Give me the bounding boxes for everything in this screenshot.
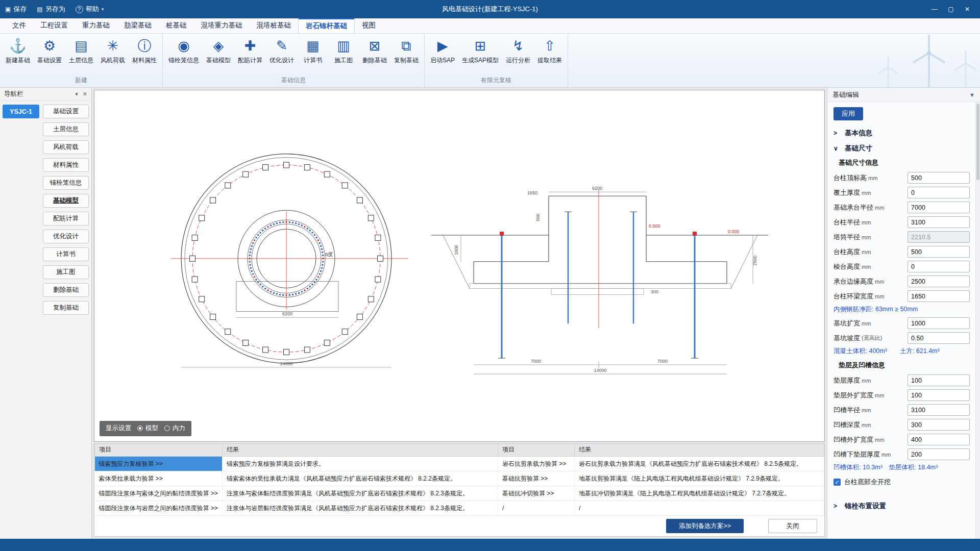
check-item-link[interactable]: 基础抗冲切验算 >> (498, 486, 575, 501)
check-item-link[interactable]: 锚索预应力复核验算 >> (95, 457, 223, 471)
nav-item-foundation-settings[interactable]: 基础设置 (43, 105, 89, 118)
check-item-link[interactable]: 锚固段注浆体与岩层之间的黏结强度验算 >> (95, 501, 223, 516)
field-input[interactable]: 3100 (908, 216, 970, 228)
ribbon-item-optimize-design[interactable]: ✎ 优化设计 (267, 36, 297, 74)
field-input[interactable]: 100 (908, 374, 970, 386)
field-input[interactable]: 2210.5 (908, 231, 970, 243)
nav-item-soil-layers[interactable]: 土层信息 (43, 122, 89, 136)
save-menu-item[interactable]: ▣保存 (5, 5, 27, 14)
svg-text:6200: 6200 (592, 186, 602, 191)
tab-hybrid-tower-pile[interactable]: 混塔桩基础 (250, 18, 299, 33)
ribbon-item-material-properties[interactable]: ⓘ 材料属性 (130, 36, 159, 74)
section-foundation-dimensions[interactable]: ∨ 基础尺寸 (834, 141, 970, 156)
nav-item-construction-drawing[interactable]: 施工图 (43, 265, 89, 279)
tab-hybrid-tower-gravity[interactable]: 混塔重力基础 (194, 18, 250, 33)
checkbox-full-excavation[interactable]: ✓ 台柱底部全开挖 (834, 475, 970, 489)
checkbox-icon[interactable]: ✓ (834, 479, 841, 486)
check-result-text: 锚索索体的受拉承载力满足《风机基础预应力扩底岩石锚索技术规程》 8.2.2条规定… (223, 471, 498, 486)
tab-rock-anchor-foundation[interactable]: 岩石锚杆基础 (298, 18, 355, 33)
ribbon-item-run-analysis[interactable]: ↯ 运行分析 (503, 36, 533, 74)
field-input[interactable]: 3100 (908, 404, 970, 416)
nav-item-copy-foundation[interactable]: 复制基础 (43, 301, 89, 315)
ribbon-item-copy-foundation[interactable]: ⧉ 复制基础 (391, 36, 421, 74)
field-input[interactable]: 2500 (908, 276, 970, 287)
section-anchor-layout-settings[interactable]: > 锚栓布置设置 (834, 498, 970, 514)
svg-text:14000: 14000 (594, 368, 607, 373)
info-note: 内侧钢筋净距: 63mm ≥ 50mm (834, 305, 970, 314)
maximize-button[interactable]: ▢ (943, 3, 959, 15)
save-as-menu-item[interactable]: ▤另存为 (37, 5, 65, 14)
check-item-link[interactable]: 锚固段注浆体与索体之间的黏结强度验算 >> (95, 486, 223, 501)
field-input[interactable]: 1000 (908, 317, 970, 329)
field-input[interactable]: 0 (908, 187, 970, 198)
nav-close-icon[interactable]: ✕ (83, 91, 87, 97)
project-tab[interactable]: YSJC-1 (3, 105, 39, 118)
ribbon-item-start-sap[interactable]: ▶ 启动SAP (428, 36, 457, 74)
ribbon-item-foundation-settings[interactable]: ⚙ 基础设置 (35, 36, 64, 74)
field-input[interactable]: 500 (908, 172, 970, 184)
tab-rib-beam-foundation[interactable]: 肋梁基础 (117, 18, 159, 33)
chevron-icon: > (834, 130, 840, 137)
check-item-link[interactable]: 基础抗剪验算 >> (498, 471, 575, 486)
ribbon-item-delete-foundation[interactable]: ⊠ 删除基础 (360, 36, 389, 74)
field-input[interactable]: 0.50 (908, 332, 970, 344)
field-input[interactable]: 300 (908, 419, 970, 431)
section-basic-info[interactable]: > 基本信息 (834, 126, 970, 141)
grid-plus-icon: ⊞ (475, 36, 486, 56)
field-footing-radius: 基础承台半径 mm 7000 (834, 201, 970, 214)
col-header: 结果 (575, 444, 824, 457)
radio-model[interactable]: 模型 (137, 424, 158, 433)
ribbon-item-rebar-calculation[interactable]: ✚ 配筋计算 (235, 36, 265, 74)
ribbon-item-anchor-cage-info[interactable]: ◉ 锚栓笼信息 (166, 36, 202, 74)
ribbon-item-generate-sap-model[interactable]: ⊞ 生成SAP模型 (459, 36, 501, 74)
tab-file[interactable]: 文件 (5, 18, 33, 33)
nav-item-delete-foundation[interactable]: 删除基础 (43, 283, 89, 297)
field-input[interactable]: 1650 (908, 290, 970, 302)
field-soil-cover-thickness: 覆土厚度 mm 0 (834, 186, 970, 199)
tab-view[interactable]: 视图 (355, 18, 383, 33)
panel-title: 基础编辑 (832, 90, 859, 99)
radio-internal-force[interactable]: 内力 (164, 424, 185, 433)
field-input[interactable]: 200 (908, 448, 970, 460)
help-menu-item[interactable]: ?帮助▾ (76, 5, 104, 14)
field-input[interactable]: 100 (908, 389, 970, 401)
nav-item-calculation-report[interactable]: 计算书 (43, 247, 89, 261)
nav-item-foundation-model[interactable]: 基础模型 (43, 194, 89, 208)
field-input[interactable]: 0 (908, 261, 970, 272)
check-result-text: 锚索预应力复核验算满足设计要求。 (223, 457, 498, 471)
field-frustum-height: 棱台高度 mm 0 (834, 260, 970, 273)
foundation-edit-panel: 基础编辑 ▼ 应用 > 基本信息 ∨ 基础尺寸 基础尺寸信息 台柱顶标高 mm … (827, 88, 980, 539)
titlebar: 风电基础设计(新建工程-YSJC-1) ▣保存 ▤另存为 ?帮助▾ — ▢ ✕ (0, 0, 980, 18)
cad-canvas[interactable]: 0度 6200 14000 (94, 90, 825, 442)
ribbon-item-extract-results[interactable]: ⇧ 提取结果 (535, 36, 565, 74)
ribbon-item-new-foundation[interactable]: ⚓ 新建基础 (3, 36, 33, 74)
chevron-down-icon[interactable]: ▼ (969, 92, 975, 98)
tab-gravity-foundation[interactable]: 重力基础 (75, 18, 117, 33)
ribbon-item-soil-layers[interactable]: ▤ 土层信息 (66, 36, 96, 74)
extract-icon: ⇧ (544, 36, 556, 56)
field-input[interactable]: 7000 (908, 202, 970, 213)
close-button[interactable]: ✕ (960, 3, 975, 15)
ribbon-item-foundation-model[interactable]: ◈ 基础模型 (204, 36, 233, 74)
nav-item-anchor-cage-info[interactable]: 锚栓笼信息 (43, 176, 89, 190)
ribbon-item-construction-drawing[interactable]: ▥ 施工图 (329, 36, 358, 74)
nav-item-material-properties[interactable]: 材料属性 (43, 158, 89, 172)
field-input[interactable]: 400 (908, 434, 970, 445)
nav-item-turbine-loads[interactable]: 风机荷载 (43, 140, 89, 154)
close-panel-button[interactable]: 关闭 (768, 519, 817, 533)
ribbon-item-turbine-loads[interactable]: ✳ 风机荷载 (98, 36, 128, 74)
minimize-button[interactable]: — (927, 3, 942, 15)
check-item-link[interactable]: 索体受拉承载力验算 >> (95, 471, 223, 486)
nav-item-rebar-calculation[interactable]: 配筋计算 (43, 212, 89, 226)
apply-button[interactable]: 应用 (834, 107, 863, 120)
tab-pile-foundation[interactable]: 桩基础 (159, 18, 194, 33)
nav-item-optimize-design[interactable]: 优化设计 (43, 230, 89, 243)
ribbon-item-calculation-report[interactable]: ▦ 计算书 (299, 36, 327, 74)
tab-project-settings[interactable]: 工程设置 (33, 18, 75, 33)
field-input[interactable]: 500 (908, 246, 970, 258)
check-item-link[interactable]: 岩石抗剪承载力验算 >> (498, 457, 575, 471)
panel-scrollbar[interactable] (975, 102, 980, 539)
anchor-icon: ⚓ (9, 36, 27, 56)
pin-icon[interactable]: ▾ (75, 91, 78, 97)
add-to-alternatives-button[interactable]: 添加到备选方案>> (666, 519, 744, 533)
